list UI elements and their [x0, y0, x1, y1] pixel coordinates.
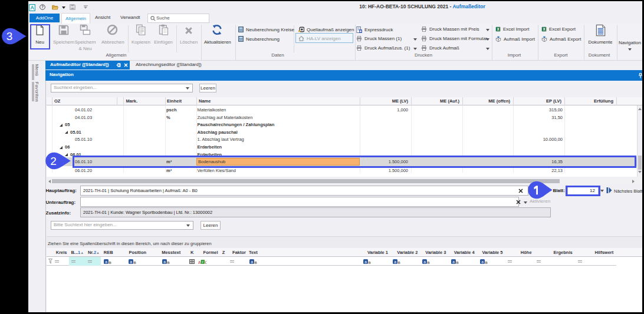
svg-text:2: 2 [50, 155, 57, 167]
svg-text:3: 3 [6, 30, 12, 42]
